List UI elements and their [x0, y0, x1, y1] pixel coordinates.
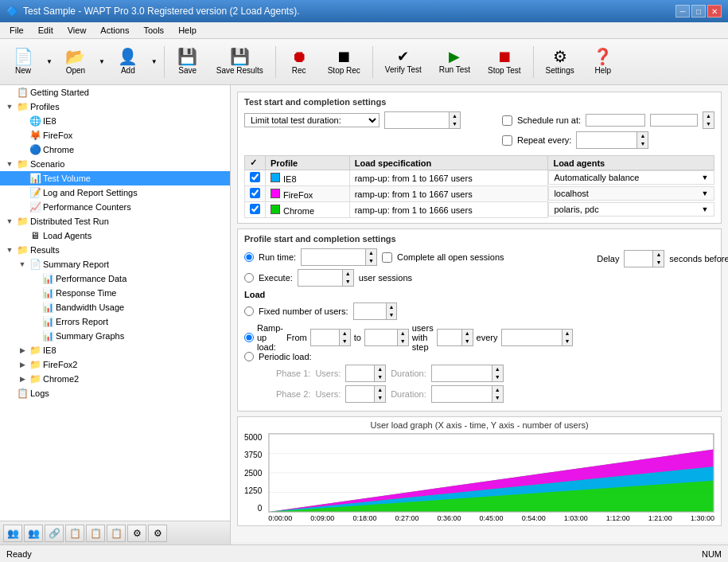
tree-node-summary-report[interactable]: ▼📄Summary Report — [0, 257, 230, 271]
limit-time-input[interactable]: 002 : 00 : 00 — [385, 115, 449, 126]
add-button[interactable]: 👤 Add — [110, 43, 146, 81]
tree-node-bandwidth-usage[interactable]: 📊Bandwidth Usage — [0, 300, 230, 314]
repeat-up[interactable]: ▲ — [637, 132, 648, 140]
bottom-btn-1[interactable]: 👥 — [3, 525, 22, 542]
menu-tools[interactable]: Tools — [137, 24, 170, 37]
settings-button[interactable]: ⚙ Settings — [539, 43, 582, 81]
ramp-to-down[interactable]: ▼ — [398, 338, 408, 345]
bottom-btn-8[interactable]: ⚙ — [148, 525, 167, 542]
ramp-from-input[interactable]: 1 — [311, 332, 339, 343]
ramp-step-up[interactable]: ▲ — [462, 330, 473, 338]
tree-node-performance-data[interactable]: 📊Performance Data — [0, 271, 230, 286]
schedule-date-input[interactable]: 31.10.2012 — [586, 114, 645, 127]
schedule-down[interactable]: ▼ — [703, 120, 714, 128]
menu-help[interactable]: Help — [172, 24, 203, 37]
schedule-up[interactable]: ▲ — [703, 112, 714, 120]
bottom-btn-6[interactable]: 📋 — [107, 525, 126, 542]
schedule-time-input[interactable]: 14:07:15 — [650, 114, 698, 127]
phase2-down[interactable]: ▼ — [375, 394, 385, 402]
menu-view[interactable]: View — [61, 24, 93, 37]
fixed-users-down[interactable]: ▼ — [387, 311, 397, 319]
profile-check-0[interactable] — [250, 172, 260, 182]
ramp-from-up[interactable]: ▲ — [340, 330, 350, 338]
run-time-input[interactable]: 001 : 30 : 00 — [302, 252, 365, 263]
tree-node-getting-started[interactable]: 📋Getting Started — [0, 85, 230, 100]
tree-node-firefox[interactable]: 🦊FireFox — [0, 128, 230, 142]
phase1-duration-input[interactable]: 000 : 00 : 10 — [432, 368, 492, 379]
profile-check-2[interactable] — [250, 204, 260, 214]
phase2-duration-input[interactable]: 000 : 00 : 10 — [432, 388, 492, 400]
agent-dropdown-1[interactable]: ▼ — [702, 189, 709, 197]
bottom-btn-5[interactable]: 📋 — [86, 525, 105, 542]
phase2-users-input[interactable]: 5 — [346, 388, 374, 400]
fixed-users-input[interactable]: 1 — [354, 306, 386, 317]
run-time-down[interactable]: ▼ — [366, 257, 376, 265]
run-time-radio[interactable] — [244, 252, 254, 262]
repeat-input[interactable]: 000 : 00 : 00 — [577, 135, 637, 146]
tree-node-firefox2-result[interactable]: ▶📁FireFox2 — [0, 357, 230, 372]
save-results-button[interactable]: 💾 Save Results — [209, 43, 271, 81]
tree-node-log-report-settings[interactable]: 📝Log and Report Settings — [0, 185, 230, 200]
new-button[interactable]: 📄 New — [5, 43, 41, 81]
execute-down[interactable]: ▼ — [343, 278, 353, 286]
run-time-up[interactable]: ▲ — [366, 249, 376, 257]
delay-up[interactable]: ▲ — [653, 251, 664, 259]
agent-dropdown-0[interactable]: ▼ — [702, 174, 709, 181]
delay-input[interactable]: 0 — [625, 253, 652, 264]
stop-rec-button[interactable]: ⏹ Stop Rec — [321, 43, 368, 81]
fixed-users-up[interactable]: ▲ — [387, 303, 397, 311]
rec-button[interactable]: ⏺ Rec — [281, 43, 317, 81]
phase2-dur-down[interactable]: ▼ — [492, 394, 503, 402]
minimize-button[interactable]: ─ — [675, 5, 690, 18]
open-dropdown-arrow[interactable]: ▼ — [97, 58, 107, 65]
fixed-users-radio[interactable] — [244, 306, 254, 316]
tree-node-ie8-result[interactable]: ▶📁IE8 — [0, 343, 230, 357]
ramp-radio[interactable] — [244, 333, 254, 342]
tree-node-results[interactable]: ▼📁Results — [0, 243, 230, 257]
tree-node-scenario[interactable]: ▼📁Scenario — [0, 157, 230, 171]
add-dropdown-arrow[interactable]: ▼ — [150, 58, 159, 65]
run-test-button[interactable]: ▶ Run Test — [432, 43, 477, 81]
menu-edit[interactable]: Edit — [32, 24, 60, 37]
tree-node-logs[interactable]: 📋Logs — [0, 386, 230, 400]
ramp-to-input[interactable]: 1667 — [365, 332, 397, 343]
tree-node-response-time[interactable]: 📊Response Time — [0, 286, 230, 300]
tree-node-performance-counters[interactable]: 📈Performance Counters — [0, 200, 230, 214]
help-button[interactable]: ❓ Help — [585, 43, 621, 81]
ramp-every-down[interactable]: ▼ — [563, 338, 573, 345]
limit-time-spin[interactable]: 002 : 00 : 00 ▲ ▼ — [384, 111, 461, 129]
phase1-users-input[interactable]: 1 — [346, 368, 374, 379]
tree-node-summary-graphs[interactable]: 📊Summary Graphs — [0, 329, 230, 343]
ramp-every-up[interactable]: ▲ — [563, 330, 573, 338]
bottom-btn-7[interactable]: ⚙ — [127, 525, 146, 542]
tree-node-chrome[interactable]: 🔵Chrome — [0, 142, 230, 157]
ramp-step-input[interactable]: 1 — [438, 332, 461, 343]
periodic-radio[interactable] — [244, 352, 254, 361]
tree-node-profiles[interactable]: ▼📁Profiles — [0, 100, 230, 114]
stop-test-button[interactable]: ⏹ Stop Test — [481, 43, 528, 81]
phase1-down[interactable]: ▼ — [375, 373, 385, 381]
phase1-dur-down[interactable]: ▼ — [492, 373, 503, 381]
phase1-up[interactable]: ▲ — [375, 365, 385, 373]
repeat-spin[interactable]: 000 : 00 : 00 ▲ ▼ — [576, 131, 648, 149]
tree-node-chrome2-result[interactable]: ▶📁Chrome2 — [0, 372, 230, 386]
maximize-button[interactable]: □ — [691, 5, 706, 18]
execute-input[interactable]: 2000 — [298, 272, 342, 283]
limit-time-down[interactable]: ▼ — [450, 120, 460, 128]
phase2-up[interactable]: ▲ — [375, 386, 385, 394]
agent-dropdown-2[interactable]: ▼ — [702, 205, 709, 213]
close-button[interactable]: ✕ — [707, 5, 722, 18]
ramp-from-down[interactable]: ▼ — [340, 338, 350, 345]
menu-actions[interactable]: Actions — [94, 24, 135, 37]
bottom-btn-3[interactable]: 🔗 — [45, 525, 64, 542]
ramp-step-down[interactable]: ▼ — [462, 338, 473, 345]
delay-down[interactable]: ▼ — [653, 259, 664, 267]
tree-node-test-volume[interactable]: 📊Test Volume — [0, 171, 230, 185]
execute-radio[interactable] — [244, 273, 254, 283]
execute-up[interactable]: ▲ — [343, 270, 353, 278]
tree-node-errors-report[interactable]: 📊Errors Report — [0, 314, 230, 329]
ramp-to-up[interactable]: ▲ — [398, 330, 408, 338]
new-dropdown-arrow[interactable]: ▼ — [45, 58, 54, 65]
phase1-dur-up[interactable]: ▲ — [492, 365, 503, 373]
tree-node-load-agents[interactable]: 🖥Load Agents — [0, 228, 230, 243]
